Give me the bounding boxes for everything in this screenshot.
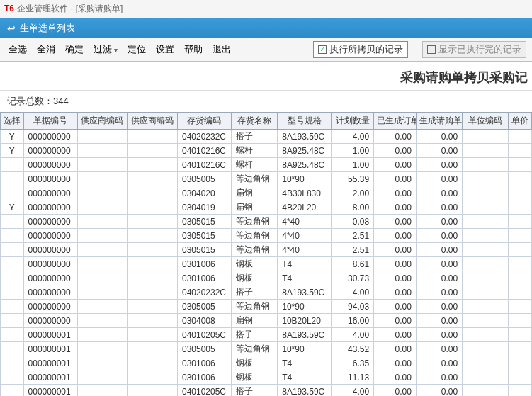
column-header[interactable]: 存货编码: [177, 113, 231, 130]
table-row[interactable]: 0000000010301006钢板T46.350.000.00: [1, 356, 532, 370]
table-row[interactable]: 00000000004020232C搭子8A193.59C4.000.000.0…: [1, 285, 532, 300]
cell-g1[interactable]: [77, 158, 128, 172]
cell-tail[interactable]: [509, 257, 532, 271]
cell-xh[interactable]: 8A193.59C: [278, 328, 332, 342]
cell-cm[interactable]: 等边角钢: [232, 215, 278, 229]
cell-jh[interactable]: 1.00: [332, 158, 374, 172]
show-done-checkbox[interactable]: ✓ 显示已执行完的记录: [422, 41, 526, 58]
cell-sel[interactable]: Y: [1, 144, 24, 158]
filter-dropdown[interactable]: 过滤: [91, 42, 120, 57]
cell-dd[interactable]: 0.00: [374, 130, 417, 144]
cell-ch[interactable]: 0301006: [177, 356, 231, 370]
cell-dd[interactable]: 0.00: [374, 370, 417, 385]
cell-dj[interactable]: 000000000: [23, 229, 77, 243]
cell-qg[interactable]: 0.00: [416, 215, 462, 229]
cell-xh[interactable]: 4B30L830: [278, 186, 332, 200]
cell-tail[interactable]: [509, 200, 532, 215]
cell-dw[interactable]: [463, 300, 509, 314]
cell-cm[interactable]: 等边角钢: [232, 300, 278, 314]
cell-dw[interactable]: [463, 285, 509, 300]
column-header[interactable]: 单据编号: [23, 113, 77, 130]
cell-g1[interactable]: [77, 285, 128, 300]
cell-g1[interactable]: [77, 314, 128, 328]
cell-cm[interactable]: 钢板: [232, 257, 278, 271]
cell-sel[interactable]: [1, 172, 24, 186]
cell-cm[interactable]: 等边角钢: [232, 243, 278, 257]
cell-sel[interactable]: [1, 300, 24, 314]
cell-sel[interactable]: Y: [1, 200, 24, 215]
cell-qg[interactable]: 0.00: [416, 158, 462, 172]
cell-g2[interactable]: [128, 385, 178, 397]
cell-sel[interactable]: [1, 385, 24, 397]
cell-ch[interactable]: 04010205C: [177, 385, 231, 397]
cell-g1[interactable]: [77, 243, 128, 257]
table-row[interactable]: 0000000000301006钢板T48.610.000.00: [1, 257, 532, 271]
cell-dj[interactable]: 000000000: [23, 172, 77, 186]
cell-jh[interactable]: 1.00: [332, 144, 374, 158]
cell-qg[interactable]: 0.00: [416, 385, 462, 397]
cell-qg[interactable]: 0.00: [416, 342, 462, 356]
cell-sel[interactable]: [1, 285, 24, 300]
cell-dd[interactable]: 0.00: [374, 172, 417, 186]
cell-cm[interactable]: 扁钢: [232, 314, 278, 328]
table-row[interactable]: 0000000000301006钢板T430.730.000.00: [1, 271, 532, 285]
cell-ch[interactable]: 04020232C: [177, 130, 231, 144]
cell-dj[interactable]: 000000000: [23, 130, 77, 144]
cell-qg[interactable]: 0.00: [416, 300, 462, 314]
cell-ch[interactable]: 0305005: [177, 342, 231, 356]
column-header[interactable]: 存货名称: [232, 113, 278, 130]
cell-dd[interactable]: 0.00: [374, 257, 417, 271]
cell-tail[interactable]: [509, 271, 532, 285]
confirm-button[interactable]: 确定: [62, 42, 86, 57]
cell-g2[interactable]: [128, 285, 178, 300]
cell-xh[interactable]: 8A193.59C: [278, 285, 332, 300]
cell-dw[interactable]: [463, 130, 509, 144]
cell-dj[interactable]: 000000000: [23, 243, 77, 257]
cell-ch[interactable]: 0304019: [177, 200, 231, 215]
cell-cm[interactable]: 扁钢: [232, 186, 278, 200]
cell-tail[interactable]: [509, 215, 532, 229]
table-row[interactable]: 0000000000304008扁钢10B20L2016.000.000.00: [1, 314, 532, 328]
cell-cm[interactable]: 搭子: [232, 328, 278, 342]
cell-jh[interactable]: 4.00: [332, 385, 374, 397]
cell-xh[interactable]: 4B20L20: [278, 200, 332, 215]
cell-g1[interactable]: [77, 257, 128, 271]
table-row[interactable]: Y0000000000304019扁钢4B20L208.000.000.00: [1, 200, 532, 215]
cell-dd[interactable]: 0.00: [374, 314, 417, 328]
cell-qg[interactable]: 0.00: [416, 257, 462, 271]
cell-qg[interactable]: 0.00: [416, 370, 462, 385]
cell-dw[interactable]: [463, 342, 509, 356]
window-title-bar[interactable]: ↩ 生单选单列表: [0, 18, 532, 38]
cell-g2[interactable]: [128, 356, 178, 370]
cell-jh[interactable]: 8.00: [332, 200, 374, 215]
cell-g2[interactable]: [128, 200, 178, 215]
cell-tail[interactable]: [509, 328, 532, 342]
exec-copy-checkbox[interactable]: ✓ 执行所拷贝的记录: [313, 41, 408, 58]
cell-ch[interactable]: 04010216C: [177, 144, 231, 158]
cell-g2[interactable]: [128, 370, 178, 385]
cell-xh[interactable]: 4*40: [278, 229, 332, 243]
cell-dw[interactable]: [463, 215, 509, 229]
cell-dj[interactable]: 000000001: [23, 356, 77, 370]
cell-ch[interactable]: 0305015: [177, 215, 231, 229]
cell-cm[interactable]: 搭子: [232, 385, 278, 397]
cell-dd[interactable]: 0.00: [374, 285, 417, 300]
cell-sel[interactable]: [1, 243, 24, 257]
cell-dd[interactable]: 0.00: [374, 243, 417, 257]
cell-dd[interactable]: 0.00: [374, 328, 417, 342]
cell-xh[interactable]: T4: [278, 356, 332, 370]
cell-sel[interactable]: [1, 229, 24, 243]
cell-ch[interactable]: 0304008: [177, 314, 231, 328]
select-all-button[interactable]: 全选: [6, 42, 30, 57]
cell-jh[interactable]: 2.51: [332, 243, 374, 257]
cell-sel[interactable]: [1, 158, 24, 172]
cell-qg[interactable]: 0.00: [416, 328, 462, 342]
locate-button[interactable]: 定位: [125, 42, 149, 57]
cell-g2[interactable]: [128, 300, 178, 314]
cell-ch[interactable]: 04010216C: [177, 158, 231, 172]
data-grid[interactable]: 选择单据编号供应商编码供应商编码存货编码存货名称型号规格计划数量已生成订单数生成…: [0, 112, 532, 396]
cell-qg[interactable]: 0.00: [416, 356, 462, 370]
table-row[interactable]: 0000000000304020扁钢4B30L8302.000.000.00: [1, 186, 532, 200]
cell-jh[interactable]: 6.35: [332, 356, 374, 370]
cell-dj[interactable]: 000000000: [23, 257, 77, 271]
